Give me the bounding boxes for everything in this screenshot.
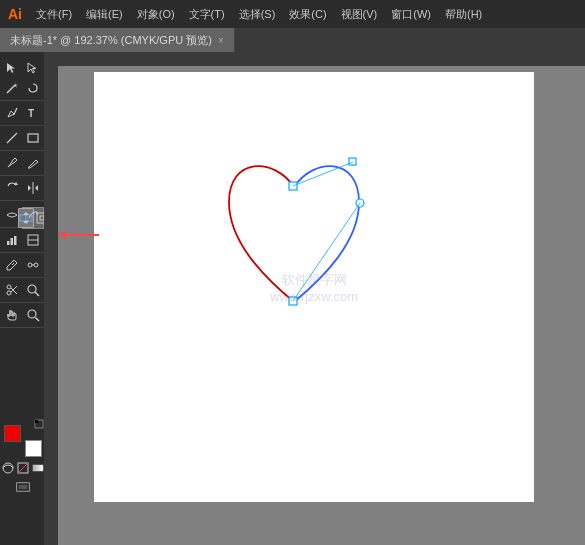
stacked-bar-tool[interactable] <box>23 230 43 250</box>
stroke-color-swatch[interactable] <box>25 440 42 457</box>
gradient-icon[interactable] <box>31 461 44 475</box>
tab-close-button[interactable]: × <box>218 35 224 46</box>
magnify-tool[interactable] <box>23 305 43 325</box>
reset-colors-icon[interactable] <box>34 419 44 429</box>
svg-point-21 <box>28 263 32 267</box>
none-fill-icon[interactable] <box>17 461 30 475</box>
svg-point-28 <box>28 285 36 293</box>
fill-color-swatch[interactable] <box>4 425 21 442</box>
eyedropper-tools-group <box>0 253 44 278</box>
menu-edit[interactable]: 编辑(E) <box>80 5 129 24</box>
svg-line-20 <box>12 263 14 265</box>
magic-wand-tool[interactable] <box>2 78 22 98</box>
eyedropper-tool[interactable] <box>2 255 22 275</box>
scissors-tool[interactable] <box>2 280 22 300</box>
menu-window[interactable]: 窗口(W) <box>385 5 437 24</box>
color-mode-icons <box>2 461 44 475</box>
svg-line-45 <box>293 203 360 301</box>
transform-tools-group <box>0 176 44 201</box>
vertical-ruler <box>44 66 58 545</box>
ruler-corner <box>44 52 58 66</box>
heart-shape <box>184 132 404 334</box>
svg-rect-16 <box>10 238 13 245</box>
line-tools-group <box>0 126 44 151</box>
screen-mode-button[interactable] <box>8 479 38 495</box>
svg-point-30 <box>28 310 36 318</box>
brush-tools-group <box>0 151 44 176</box>
hand-tools-group <box>0 303 44 328</box>
svg-line-29 <box>35 292 39 296</box>
screen-mode-section <box>2 479 44 495</box>
svg-line-0 <box>7 85 15 93</box>
lasso-tool[interactable] <box>23 78 43 98</box>
scissors-tools-group <box>0 278 44 303</box>
tab-bar: 未标题-1* @ 192.37% (CMYK/GPU 预览) × <box>0 28 585 52</box>
ai-logo: Ai <box>8 6 22 22</box>
warp-tool[interactable] <box>23 205 43 225</box>
color-icon[interactable] <box>2 461 15 475</box>
svg-rect-35 <box>33 465 43 471</box>
svg-rect-39 <box>44 66 58 545</box>
paintbrush-tool[interactable] <box>2 153 22 173</box>
svg-point-22 <box>34 263 38 267</box>
svg-rect-15 <box>7 241 10 245</box>
menu-select[interactable]: 选择(S) <box>233 5 282 24</box>
svg-text:T: T <box>28 108 34 119</box>
width-tool[interactable] <box>2 205 22 225</box>
svg-line-44 <box>293 162 353 186</box>
menu-object[interactable]: 对象(O) <box>131 5 181 24</box>
column-graph-tool[interactable] <box>2 230 22 250</box>
menu-effect[interactable]: 效果(C) <box>283 5 332 24</box>
color-section <box>2 417 44 495</box>
canvas-paper: 软件星字网 www.rjzxw.com <box>94 72 534 502</box>
graph-tools-group <box>0 228 44 253</box>
svg-rect-4 <box>28 134 38 142</box>
svg-rect-37 <box>19 485 27 489</box>
blend-tool[interactable] <box>23 255 43 275</box>
svg-marker-14 <box>59 231 66 239</box>
zoom-tool[interactable] <box>23 280 43 300</box>
svg-rect-17 <box>14 236 17 245</box>
type-tool[interactable]: T <box>23 103 43 123</box>
svg-point-24 <box>7 291 11 295</box>
menu-file[interactable]: 文件(F) <box>30 5 78 24</box>
svg-line-3 <box>7 133 17 143</box>
tab-label: 未标题-1* @ 192.37% (CMYK/GPU 预览) <box>10 33 212 48</box>
pencil-tool[interactable] <box>23 153 43 173</box>
menu-text[interactable]: 文字(T) <box>183 5 231 24</box>
rotate-tool[interactable] <box>2 178 22 198</box>
line-tool[interactable] <box>2 128 22 148</box>
document-tab[interactable]: 未标题-1* @ 192.37% (CMYK/GPU 预览) × <box>0 28 235 52</box>
menu-bar: 文件(F) 编辑(E) 对象(O) 文字(T) 选择(S) 效果(C) 视图(V… <box>30 5 488 24</box>
svg-rect-41 <box>349 158 356 165</box>
canvas-area: 软件星字网 www.rjzxw.com <box>44 52 585 545</box>
tool-arrow-indicator <box>44 224 104 248</box>
toolbar: T <box>0 52 44 545</box>
direct-selection-tool[interactable] <box>23 58 43 78</box>
reflect-tool[interactable] <box>23 178 43 198</box>
rectangle-tool[interactable] <box>23 128 43 148</box>
svg-point-25 <box>7 285 11 289</box>
menu-view[interactable]: 视图(V) <box>335 5 384 24</box>
svg-line-34 <box>18 463 28 473</box>
menu-help[interactable]: 帮助(H) <box>439 5 488 24</box>
horizontal-ruler <box>58 52 585 66</box>
hand-tool[interactable] <box>2 305 22 325</box>
pen-tool[interactable] <box>2 103 22 123</box>
svg-point-1 <box>13 113 15 115</box>
selection-tools-group <box>0 56 44 101</box>
title-bar: Ai 文件(F) 编辑(E) 对象(O) 文字(T) 选择(S) 效果(C) 视… <box>0 0 585 28</box>
main-layout: T <box>0 52 585 545</box>
pen-tools-group: T <box>0 101 44 126</box>
svg-rect-38 <box>58 52 585 66</box>
svg-line-31 <box>35 318 39 322</box>
selection-tool[interactable] <box>2 58 22 78</box>
